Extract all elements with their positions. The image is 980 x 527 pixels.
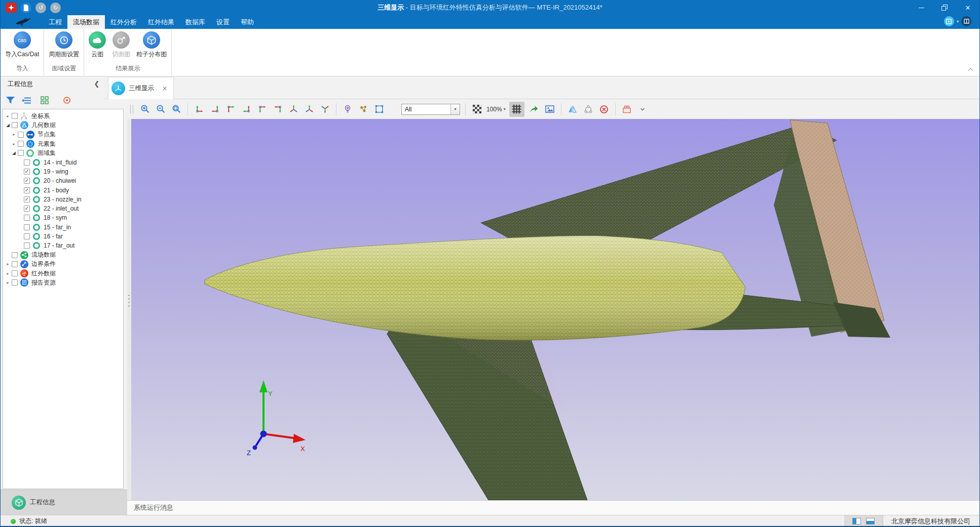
ribbon-button[interactable]: 周期面设置 bbox=[46, 31, 82, 59]
new-file-icon[interactable] bbox=[21, 3, 31, 13]
layout-split-icon[interactable] bbox=[852, 518, 861, 524]
tree-checkbox[interactable] bbox=[12, 270, 18, 276]
tree-item[interactable]: ✓19 - wing bbox=[3, 167, 123, 176]
tree-checkbox[interactable] bbox=[24, 224, 30, 230]
save-view-icon[interactable] bbox=[621, 103, 633, 115]
box-select-icon[interactable] bbox=[373, 103, 385, 115]
tree-expander-icon[interactable]: ◢ bbox=[11, 150, 17, 155]
tree-item[interactable]: ▸元素集 bbox=[3, 139, 123, 148]
tree-checkbox[interactable] bbox=[18, 150, 24, 156]
tree-item[interactable]: ✓23 - nozzle_in bbox=[3, 195, 123, 204]
zoom-in-icon[interactable] bbox=[139, 103, 151, 115]
combo-dropdown-icon[interactable]: ▾ bbox=[450, 104, 460, 114]
tree-item[interactable]: 15 - far_in bbox=[3, 223, 123, 232]
view-left-icon[interactable] bbox=[224, 103, 237, 115]
menu-item[interactable]: 设置 bbox=[211, 15, 235, 29]
filter-funnel-icon[interactable] bbox=[5, 95, 16, 106]
tree-checkbox[interactable]: ✓ bbox=[24, 169, 30, 175]
tree-checkbox[interactable] bbox=[18, 132, 24, 138]
menu-item[interactable]: 数据库 bbox=[180, 15, 211, 29]
locate-icon[interactable] bbox=[61, 95, 72, 106]
tab-close-icon[interactable]: ✕ bbox=[162, 85, 167, 92]
tree-checkbox[interactable] bbox=[12, 261, 18, 267]
tree-checkbox[interactable] bbox=[12, 252, 18, 258]
grid-view-icon[interactable] bbox=[39, 95, 50, 106]
tree-expander-icon[interactable]: ▸ bbox=[5, 114, 11, 118]
tree-checkbox[interactable] bbox=[12, 122, 18, 128]
3d-viewport[interactable]: Y X Z bbox=[127, 119, 980, 500]
tree-checkbox[interactable]: ✓ bbox=[24, 178, 30, 184]
mirror-icon[interactable] bbox=[567, 103, 579, 115]
checker-transparency-icon[interactable] bbox=[471, 103, 483, 115]
ribbon-button[interactable]: 云图 bbox=[86, 31, 108, 59]
tree-item[interactable]: 17 - far_out bbox=[3, 241, 123, 250]
tree-item[interactable]: ✓21 - body bbox=[3, 185, 123, 194]
tree-checkbox[interactable] bbox=[24, 233, 30, 239]
zoom-out-icon[interactable] bbox=[155, 103, 167, 115]
tree-expander-icon[interactable]: ▸ bbox=[5, 271, 11, 276]
menu-item[interactable]: 红外分析 bbox=[105, 15, 142, 29]
tree-checkbox[interactable] bbox=[12, 113, 18, 119]
view-top-icon[interactable] bbox=[256, 103, 268, 115]
view-bottom-icon[interactable] bbox=[272, 103, 284, 115]
screen-toggle-icon[interactable] bbox=[944, 16, 954, 26]
menu-item[interactable]: 帮助 bbox=[235, 15, 259, 29]
tree-item[interactable]: ▸节点集 bbox=[3, 130, 123, 139]
export-arrow-icon[interactable] bbox=[528, 103, 540, 115]
tree-item[interactable]: 14 - int_fluid bbox=[3, 157, 123, 167]
tree-checkbox[interactable] bbox=[18, 141, 24, 147]
tree-item[interactable]: ▸报告资源 bbox=[3, 278, 123, 287]
toolbar-drag-handle[interactable] bbox=[130, 105, 133, 114]
close-icon[interactable]: ✕ bbox=[956, 0, 979, 15]
tree-item[interactable]: ▸红外数据 bbox=[3, 269, 123, 278]
tree-checkbox[interactable] bbox=[12, 279, 18, 286]
tree-item[interactable]: ◢几何数据 bbox=[3, 120, 123, 130]
particles-icon[interactable] bbox=[357, 103, 369, 115]
tree-checkbox[interactable] bbox=[24, 215, 30, 221]
clear-red-icon[interactable] bbox=[598, 103, 610, 115]
filter-list-icon[interactable] bbox=[21, 95, 32, 106]
tree-item[interactable]: ▸Yzx坐标系 bbox=[3, 111, 123, 120]
tree-expander-icon[interactable]: ▸ bbox=[11, 132, 17, 137]
redo-icon[interactable]: ↻ bbox=[50, 3, 61, 13]
tree-checkbox[interactable] bbox=[24, 159, 30, 166]
tree-checkbox[interactable] bbox=[24, 242, 30, 249]
region-select-combo[interactable]: All▾ bbox=[401, 104, 460, 115]
view-back-icon[interactable] bbox=[209, 103, 221, 115]
undo-icon[interactable]: ↺ bbox=[35, 3, 46, 13]
more-chevron-icon[interactable] bbox=[636, 103, 649, 115]
collapse-ribbon-icon[interactable] bbox=[969, 67, 973, 72]
tree-expander-icon[interactable]: ◢ bbox=[5, 123, 11, 128]
view-iso2-icon[interactable] bbox=[303, 103, 315, 115]
minimize-icon[interactable] bbox=[910, 0, 933, 15]
panel-collapse-icon[interactable]: ❮ bbox=[92, 78, 102, 89]
tree-checkbox[interactable]: ✓ bbox=[24, 187, 30, 193]
tree-item[interactable]: ✓22 - inlet_out bbox=[3, 204, 123, 213]
manual-icon[interactable] bbox=[961, 16, 971, 26]
restore-icon[interactable] bbox=[933, 0, 956, 15]
tree-expander-icon[interactable]: ▸ bbox=[11, 142, 17, 146]
tree-checkbox[interactable]: ✓ bbox=[24, 206, 30, 212]
view-iso3-icon[interactable] bbox=[319, 103, 331, 115]
tree-item[interactable]: ✓20 - chuiwei bbox=[3, 176, 123, 185]
tree-expander-icon[interactable]: ▸ bbox=[5, 262, 11, 266]
app-logo-icon[interactable] bbox=[6, 3, 17, 13]
menu-item[interactable]: 红外结果 bbox=[142, 15, 180, 29]
probe-light-icon[interactable] bbox=[342, 103, 354, 115]
menu-item[interactable]: 工程 bbox=[43, 15, 67, 29]
chevron-down-icon[interactable]: ▾ bbox=[957, 19, 959, 24]
layout-bottom-icon[interactable] bbox=[866, 518, 875, 524]
ribbon-button[interactable]: cas导入Cas/Dat bbox=[3, 31, 42, 59]
snapshot-icon[interactable] bbox=[544, 103, 556, 115]
smooth-shade-icon[interactable] bbox=[582, 103, 594, 115]
zoom-level-dropdown[interactable]: 100%▾ bbox=[486, 106, 506, 113]
tree-item[interactable]: 18 - sym bbox=[3, 213, 123, 222]
tree-item[interactable]: 16 - far bbox=[3, 232, 123, 241]
panel-footer-tab[interactable]: 工程信息 bbox=[1, 490, 127, 515]
tree-checkbox[interactable]: ✓ bbox=[24, 196, 30, 202]
view-iso1-icon[interactable] bbox=[287, 103, 299, 115]
zoom-window-icon[interactable] bbox=[170, 103, 182, 115]
menu-item[interactable]: 流场数据 bbox=[67, 15, 105, 29]
tree-expander-icon[interactable]: ▸ bbox=[5, 280, 11, 285]
view-right-icon[interactable] bbox=[240, 103, 252, 115]
